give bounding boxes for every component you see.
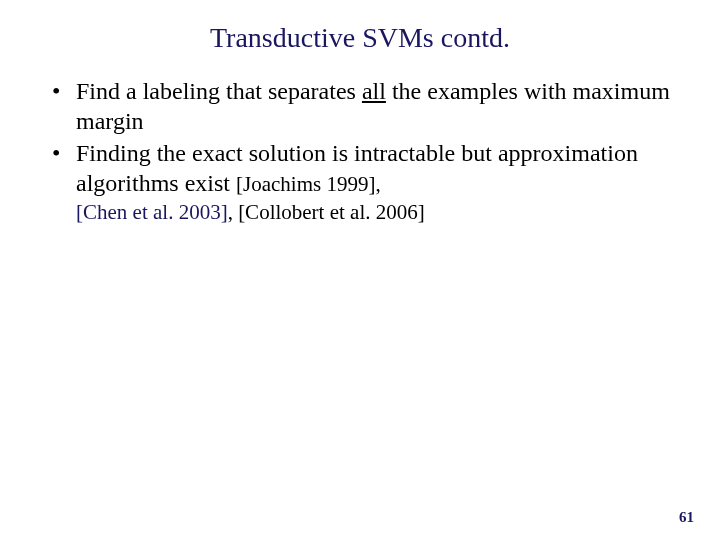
citation-joachims: [Joachims 1999] bbox=[236, 172, 375, 196]
citation-sep-1: , bbox=[375, 172, 380, 196]
bullet-1-emph: all bbox=[362, 78, 386, 104]
bullet-1-text-a: Find a labeling that separates bbox=[76, 78, 362, 104]
bullet-item-2: Finding the exact solution is intractabl… bbox=[52, 138, 680, 198]
citation-line: [Chen et al. 2003], [Collobert et al. 20… bbox=[40, 200, 680, 225]
slide: Transductive SVMs contd. Find a labeling… bbox=[0, 0, 720, 540]
bullet-list: Find a labeling that separates all the e… bbox=[40, 76, 680, 198]
citation-sep-2: , bbox=[228, 200, 239, 224]
page-number: 61 bbox=[679, 509, 694, 526]
citation-collobert: [Collobert et al. 2006] bbox=[238, 200, 425, 224]
slide-title: Transductive SVMs contd. bbox=[40, 22, 680, 54]
citation-chen: [Chen et al. 2003] bbox=[76, 200, 228, 224]
bullet-item-1: Find a labeling that separates all the e… bbox=[52, 76, 680, 136]
